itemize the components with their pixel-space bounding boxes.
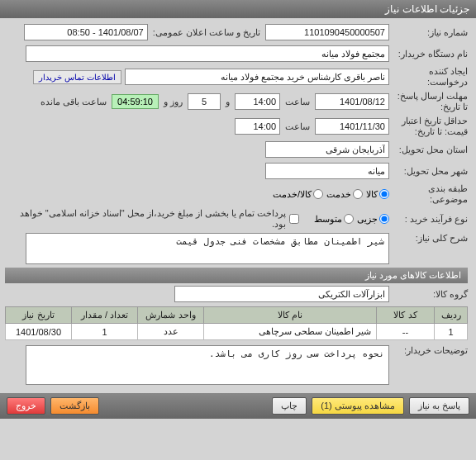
th-need-date: تاریخ نیاز	[6, 307, 72, 324]
reply-button[interactable]: پاسخ به نیاز	[409, 397, 469, 415]
deadline-date-field[interactable]	[315, 93, 389, 110]
requester-field[interactable]	[125, 69, 389, 85]
radio-goods-service[interactable]	[313, 189, 323, 199]
th-row: ردیف	[435, 307, 468, 324]
treasury-note: پرداخت تمام یا بخشی از مبلغ خرید،از محل …	[5, 208, 289, 230]
cell-code: --	[377, 324, 435, 340]
days-left-field[interactable]	[188, 93, 221, 110]
radio-partial[interactable]	[379, 214, 389, 224]
label-day: روز و	[159, 97, 188, 107]
deadline-time-field[interactable]	[235, 93, 280, 110]
th-code: کد کالا	[377, 307, 435, 324]
need-desc-textarea[interactable]	[26, 233, 389, 264]
label-city: شهر محل تحویل:	[389, 166, 468, 177]
radio-goods[interactable]	[379, 189, 389, 199]
validity-date-field[interactable]	[315, 118, 389, 135]
th-unit: واحد شمارش	[138, 307, 204, 324]
radio-service-label: خدمت	[326, 189, 351, 200]
footer-bar: پاسخ به نیاز مشاهده پیوستی (1) چاپ بازگش…	[0, 393, 476, 419]
province-field[interactable]	[265, 141, 389, 158]
city-field[interactable]	[265, 163, 389, 179]
label-remaining: ساعت باقی مانده	[36, 97, 112, 107]
purchase-type-group: جزیی متوسط	[314, 214, 389, 225]
radio-goods-service-label: کالا/خدمت	[273, 189, 312, 200]
radio-service[interactable]	[353, 189, 363, 199]
buyer-notes-textarea[interactable]	[26, 345, 389, 385]
label-need-desc: شرح کلی نیاز:	[389, 233, 468, 244]
subject-class-group: کالا خدمت کالا/خدمت	[273, 189, 389, 200]
label-buyer-org: نام دستگاه خریدار:	[389, 49, 468, 59]
window-title: جزئیات اطلاعات نیاز	[0, 0, 476, 18]
form-body: شماره نیاز: تاریخ و ساعت اعلان عمومی: نا…	[0, 18, 476, 393]
cell-row: 1	[435, 324, 468, 340]
label-time-2: ساعت	[280, 121, 315, 132]
cell-name: شیر اطمینان سطحی سرچاهی	[204, 324, 377, 340]
label-purchase-type: نوع فرآیند خرید :	[389, 214, 468, 225]
th-qty: تعداد / مقدار	[72, 307, 138, 324]
treasury-check[interactable]	[289, 214, 299, 224]
label-buyer-notes: توضیحات خریدار:	[389, 345, 468, 356]
contact-info-button[interactable]: اطلاعات تماس خریدار	[33, 70, 121, 84]
exit-button[interactable]: خروج	[7, 397, 45, 415]
table-header-row: ردیف کد کالا نام کالا واحد شمارش تعداد /…	[6, 307, 468, 324]
validity-time-field[interactable]	[235, 118, 280, 135]
countdown-timer: 04:59:10	[112, 94, 159, 109]
need-number-field[interactable]	[265, 24, 389, 40]
goods-info-header: اطلاعات کالاهای مورد نیاز	[5, 268, 468, 283]
label-province: استان محل تحویل:	[389, 145, 468, 155]
radio-goods-label: کالا	[366, 189, 378, 200]
label-validity: حداقل تاریخ اعتبار قیمت: تا تاریخ:	[389, 116, 468, 137]
cell-need-date: 1401/08/30	[6, 324, 72, 340]
label-goods-group: گروه کالا:	[389, 289, 468, 300]
th-name: نام کالا	[204, 307, 377, 324]
table-row[interactable]: 1 -- شیر اطمینان سطحی سرچاهی عدد 1 1401/…	[6, 324, 468, 340]
label-requester: ایجاد کننده درخواست:	[389, 66, 468, 88]
radio-medium-label: متوسط	[314, 214, 342, 225]
announce-datetime-field[interactable]	[24, 24, 148, 40]
goods-group-field[interactable]	[174, 286, 389, 302]
label-subject-class: طبقه بندی موضوعی:	[389, 183, 468, 205]
cell-qty: 1	[72, 324, 138, 340]
back-button[interactable]: بازگشت	[50, 397, 99, 415]
label-announce-dt: تاریخ و ساعت اعلان عمومی:	[148, 27, 265, 38]
label-deadline: مهلت ارسال پاسخ: تا تاریخ:	[389, 91, 468, 112]
buyer-org-field[interactable]	[26, 45, 389, 62]
label-time-1: ساعت	[280, 97, 315, 107]
label-and: و	[221, 97, 235, 107]
goods-table: ردیف کد کالا نام کالا واحد شمارش تعداد /…	[5, 306, 468, 340]
attachments-button[interactable]: مشاهده پیوستی (1)	[312, 397, 404, 415]
label-need-no: شماره نیاز:	[389, 27, 468, 38]
radio-partial-label: جزیی	[357, 214, 378, 225]
print-button[interactable]: چاپ	[272, 397, 307, 415]
cell-unit: عدد	[138, 324, 204, 340]
radio-medium[interactable]	[344, 214, 354, 224]
